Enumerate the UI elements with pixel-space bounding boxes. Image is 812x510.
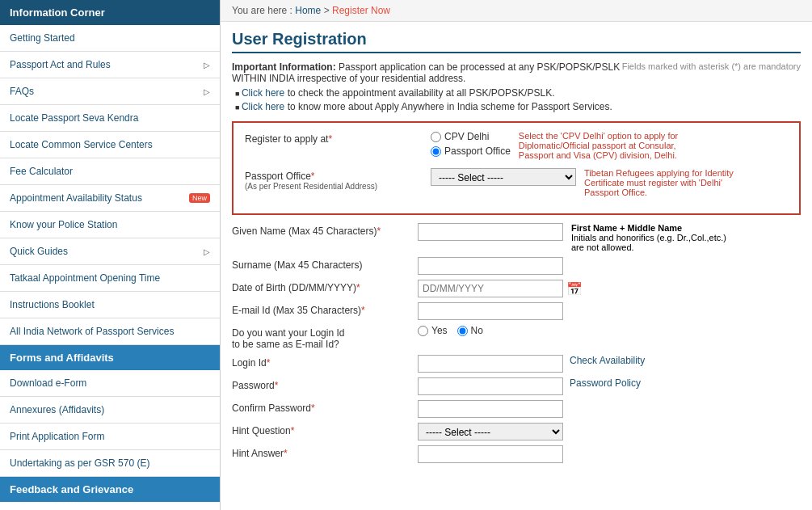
page-title: User Registration xyxy=(232,30,801,53)
confirm-password-input[interactable] xyxy=(418,400,563,418)
given-name-input[interactable] xyxy=(418,223,563,241)
sidebar: Information Corner Getting Started Passp… xyxy=(0,0,221,510)
login-no-radio[interactable] xyxy=(457,326,468,336)
cpv-radio[interactable] xyxy=(431,132,441,142)
login-same-row: Do you want your Login Id to be same as … xyxy=(232,325,801,350)
req-asterisk: * xyxy=(311,403,315,414)
sidebar-item-faqs[interactable]: FAQs ▷ xyxy=(0,78,220,105)
hint-answer-row: Hint Answer* xyxy=(232,445,801,463)
sidebar-item-tatkaal[interactable]: Tatkaal Appointment Opening Time xyxy=(0,265,220,292)
sidebar-item-label: All India Network of Passport Services xyxy=(10,326,174,337)
login-yes-radio[interactable] xyxy=(418,326,428,336)
hint-question-select[interactable]: ----- Select ----- xyxy=(418,423,563,440)
sidebar-item-label: Tatkaal Appointment Opening Time xyxy=(10,272,160,284)
login-id-input[interactable] xyxy=(418,355,563,373)
passport-office-note: Tibetan Refugees applying for Identity C… xyxy=(584,168,746,197)
req-asterisk: * xyxy=(361,305,365,316)
password-policy-link[interactable]: Password Policy xyxy=(570,377,641,389)
sidebar-item-instructions[interactable]: Instructions Booklet xyxy=(0,292,220,318)
calendar-icon[interactable]: 📅 xyxy=(566,281,583,297)
info-list-item: Click here to check the appointment avai… xyxy=(235,87,801,99)
surname-row: Surname (Max 45 Characters) xyxy=(232,257,801,275)
click-here-link-1[interactable]: Click here xyxy=(242,87,284,99)
cpv-delhi-option[interactable]: CPV Delhi xyxy=(431,131,511,142)
req-asterisk: * xyxy=(267,357,271,369)
chevron-right-icon: ▷ xyxy=(204,61,210,70)
sidebar-item-label: Appointment Availability Status xyxy=(10,192,142,204)
email-row: E-mail Id (Max 35 Characters)* xyxy=(232,302,801,320)
login-same-options: Yes No xyxy=(418,325,483,336)
info-block: Fields marked with asterisk (*) are mand… xyxy=(232,61,801,115)
info-list: Click here to check the appointment avai… xyxy=(232,87,801,112)
sidebar-item-label: Fee Calculator xyxy=(10,166,73,177)
main-content: You are here : Home > Register Now User … xyxy=(221,0,812,510)
passport-office-select-container: ----- Select ----- xyxy=(431,168,576,186)
given-name-note: First Name + Middle Name Initials and ho… xyxy=(571,223,733,252)
req-asterisk: * xyxy=(284,448,288,459)
breadcrumb: You are here : Home > Register Now xyxy=(221,0,812,22)
req-asterisk: * xyxy=(311,171,315,182)
sidebar-item-passport-act[interactable]: Passport Act and Rules ▷ xyxy=(0,52,220,78)
forms-section-header: Forms and Affidavits xyxy=(0,345,220,370)
sidebar-item-undertaking[interactable]: Undertaking as per GSR 570 (E) xyxy=(0,450,220,477)
req-asterisk: * xyxy=(328,133,332,145)
sidebar-item-quick-guides[interactable]: Quick Guides ▷ xyxy=(0,238,220,265)
surname-input[interactable] xyxy=(418,257,563,275)
sidebar-item-download-eform[interactable]: Download e-Form xyxy=(0,370,220,397)
sidebar-item-locate-psk[interactable]: Locate Passport Seva Kendra xyxy=(0,105,220,132)
click-here-link-2[interactable]: Click here xyxy=(242,101,284,112)
login-same-label: Do you want your Login Id to be same as … xyxy=(232,325,418,350)
email-label: E-mail Id (Max 35 Characters)* xyxy=(232,302,418,316)
sidebar-item-label: Undertaking as per GSR 570 (E) xyxy=(10,457,149,469)
sidebar-item-getting-started[interactable]: Getting Started xyxy=(0,25,220,52)
password-input[interactable] xyxy=(418,377,563,395)
form-fields: Given Name (Max 45 Characters)* First Na… xyxy=(232,223,801,463)
breadcrumb-home-link[interactable]: Home xyxy=(295,5,321,16)
info-list-item: Click here to know more about Apply Anyw… xyxy=(235,101,801,112)
new-badge: New xyxy=(189,193,210,203)
req-asterisk: * xyxy=(377,225,381,237)
dob-input[interactable] xyxy=(418,280,563,297)
sidebar-item-appointment-status[interactable]: Appointment Availability Status New xyxy=(0,185,220,212)
cpv-side-note: Select the 'CPV Delhi' option to apply f… xyxy=(519,131,680,160)
passport-office-row: Passport Office* (As per Present Residen… xyxy=(245,168,788,197)
password-label: Password* xyxy=(232,377,418,391)
dob-row: Date of Birth (DD/MM/YYYY)* 📅 xyxy=(232,280,801,297)
app-layout: Information Corner Getting Started Passp… xyxy=(0,0,812,510)
login-no-label: No xyxy=(471,325,483,336)
register-apply-row: Register to apply at* CPV Delhi Passport… xyxy=(245,131,788,160)
sidebar-item-annexures[interactable]: Annexures (Affidavits) xyxy=(0,397,220,424)
sidebar-item-ainps[interactable]: All India Network of Passport Services xyxy=(0,318,220,345)
cpv-delhi-label: CPV Delhi xyxy=(444,131,489,142)
given-name-row: Given Name (Max 45 Characters)* First Na… xyxy=(232,223,801,252)
chevron-right-icon: ▷ xyxy=(204,247,210,256)
feedback-section-header: Feedback and Grievance xyxy=(0,477,220,502)
chevron-right-icon: ▷ xyxy=(204,87,210,96)
sidebar-item-label: Annexures (Affidavits) xyxy=(10,404,104,415)
login-yes-option[interactable]: Yes xyxy=(418,325,448,336)
login-no-option[interactable]: No xyxy=(457,325,483,336)
hint-question-row: Hint Question* ----- Select ----- xyxy=(232,423,801,440)
sidebar-item-fee-calculator[interactable]: Fee Calculator xyxy=(0,158,220,185)
passport-office-field-label: Passport Office* (As per Present Residen… xyxy=(245,168,431,191)
registration-box: Register to apply at* CPV Delhi Passport… xyxy=(232,121,801,215)
page-content: User Registration Fields marked with ast… xyxy=(221,22,812,476)
dob-label: Date of Birth (DD/MM/YYYY)* xyxy=(232,280,418,293)
sidebar-item-locate-csc[interactable]: Locate Common Service Centers xyxy=(0,132,220,158)
passport-office-select[interactable]: ----- Select ----- xyxy=(431,168,576,186)
check-availability-link[interactable]: Check Availability xyxy=(570,355,645,366)
sidebar-item-label: Locate Common Service Centers xyxy=(10,139,153,150)
sidebar-item-label: Quick Guides xyxy=(10,246,68,257)
passport-office-option[interactable]: Passport Office xyxy=(431,145,511,157)
login-id-label: Login Id* xyxy=(232,355,418,369)
req-asterisk: * xyxy=(275,380,279,391)
sidebar-item-police-station[interactable]: Know your Police Station xyxy=(0,212,220,238)
sidebar-item-label: Print Application Form xyxy=(10,431,104,442)
sidebar-item-label: Know your Police Station xyxy=(10,219,117,230)
passport-radio[interactable] xyxy=(431,146,441,157)
hint-answer-label: Hint Answer* xyxy=(232,445,418,459)
hint-answer-input[interactable] xyxy=(418,445,563,463)
register-apply-options: CPV Delhi Passport Office xyxy=(431,131,511,157)
sidebar-item-print-form[interactable]: Print Application Form xyxy=(0,424,220,450)
email-input[interactable] xyxy=(418,302,563,320)
